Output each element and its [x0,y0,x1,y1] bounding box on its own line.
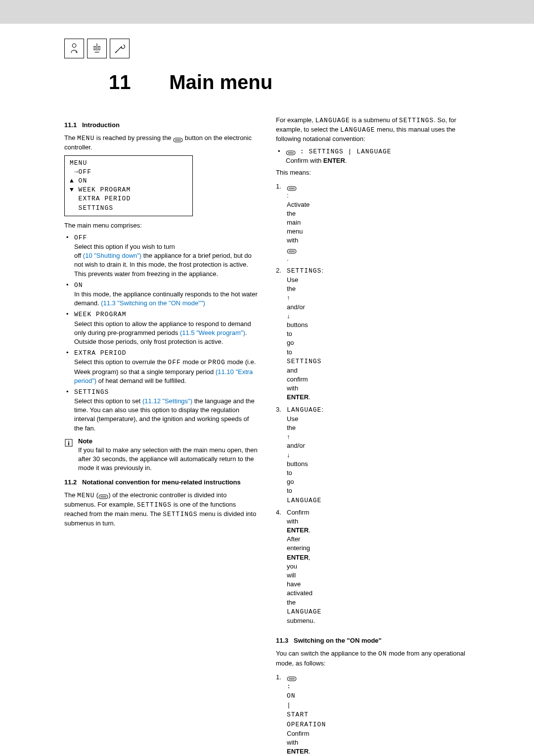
svg-rect-2 [98,47,100,50]
down-arrow-icon: ↓ [287,312,290,320]
on-mode-steps: 1. : ON | START OPERATION Confirm with E… [276,673,294,756]
svg-rect-3 [174,138,182,142]
link-shutting-down[interactable]: (10 "Shutting down") [83,252,141,259]
list-item: 1. : ON | START OPERATION Confirm with E… [276,673,294,756]
svg-point-7 [68,441,69,442]
menu-icon [287,675,297,680]
link-on-mode[interactable]: (11.3 "Switching on the "ON mode"") [101,299,205,307]
up-arrow-icon: ↑ [287,433,290,440]
list-item: OFF Select this option if you wish to tu… [64,233,258,279]
list-item: ON In this mode, the appliance continual… [64,281,258,308]
section-11-1-heading: 11.1Introduction [64,121,258,130]
link-settings[interactable]: (11.12 "Settings") [142,397,192,405]
section-11-3-heading: 11.3Switching on the "ON mode" [276,636,470,645]
menu-icon [173,136,183,141]
list-item: WEEK PROGRAM Select this option to allow… [64,310,258,346]
right-column: For example, LANGUAGE is a submenu of SE… [276,116,470,756]
left-column: 11.1Introduction The MENU is reached by … [64,116,258,756]
list-item: SETTINGS Select this option to set (11.1… [64,387,258,433]
user-icon [64,39,84,58]
list-item: 2. SETTINGS: Use the ↑ and/or ↓ buttons … [276,266,294,402]
chapter-title: 11 Main menu [109,68,470,96]
menu-icon [287,185,297,189]
right-intro: For example, LANGUAGE is a submenu of SE… [276,116,470,144]
svg-rect-18 [287,249,296,253]
lcd-display-main-menu: MENU →OFF ▲ ON ▼ WEEK PROGRAM EXTRA PERI… [64,155,193,216]
comprises-text: The main menu comprises: [64,221,258,230]
svg-rect-12 [286,151,295,155]
menu-icon [98,493,108,498]
link-week-program[interactable]: (11.5 "Week program") [180,329,245,336]
chapter-title-text: Main menu [169,71,272,93]
list-item: EXTRA PERIOD Select this option to overr… [64,348,258,385]
list-item: : SETTINGS | LANGUAGE Confirm with ENTER… [276,147,470,165]
list-item: 1. : Activate the main menu with . [276,182,294,263]
header-bar [0,0,534,24]
section-11-2-body: The MENU () of the electronic controller… [64,491,258,528]
svg-rect-15 [287,187,296,190]
svg-rect-21 [287,677,296,681]
audience-icons [64,39,470,58]
down-arrow-icon: ↓ [287,451,290,459]
chapter-number: 11 [109,71,131,93]
section-11-2-heading: 11.2Notational convention for menu-relat… [64,478,258,487]
up-arrow-icon: ↑ [287,294,290,301]
main-menu-list: OFF Select this option if you wish to tu… [64,233,258,433]
this-means: This means: [276,168,470,177]
note-block: Note If you fail to make any selection w… [64,437,258,473]
menu-icon [287,247,297,252]
installer-icon [87,39,107,58]
svg-point-0 [72,44,76,47]
note-icon [64,438,73,447]
intro-text: The MENU is reached by pressing the butt… [64,134,258,152]
list-item: 4. Confirm with ENTER. After entering EN… [276,508,294,625]
svg-rect-9 [99,495,108,499]
list-item: 3. LANGUAGE: Use the ↑ and/or ↓ buttons … [276,405,294,505]
page-content: 11 Main menu 11.1Introduction The MENU i… [0,24,534,756]
svg-rect-1 [94,47,95,50]
svg-rect-8 [68,442,69,445]
means-steps: 1. : Activate the main menu with . 2. SE… [276,182,294,628]
convention-list: : SETTINGS | LANGUAGE Confirm with ENTER… [276,147,470,165]
service-icon [110,39,130,58]
section-11-3-body: You can switch the appliance to the ON m… [276,649,470,667]
menu-icon [286,149,296,154]
